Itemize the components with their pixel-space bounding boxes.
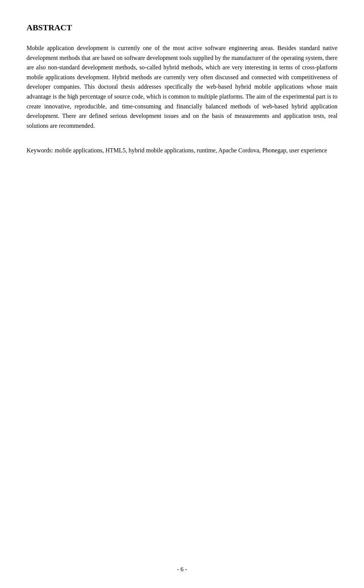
abstract-paragraph-1: Mobile application development is curren… (27, 43, 337, 130)
abstract-heading: ABSTRACT (27, 23, 337, 33)
abstract-body: Mobile application development is curren… (27, 43, 337, 130)
page-footer: - 6 - (0, 566, 364, 573)
keywords-paragraph: Keywords: mobile applications, HTML5, hy… (27, 146, 337, 155)
page: ABSTRACT Mobile application development … (0, 0, 364, 588)
keywords-section: Keywords: mobile applications, HTML5, hy… (27, 146, 337, 155)
